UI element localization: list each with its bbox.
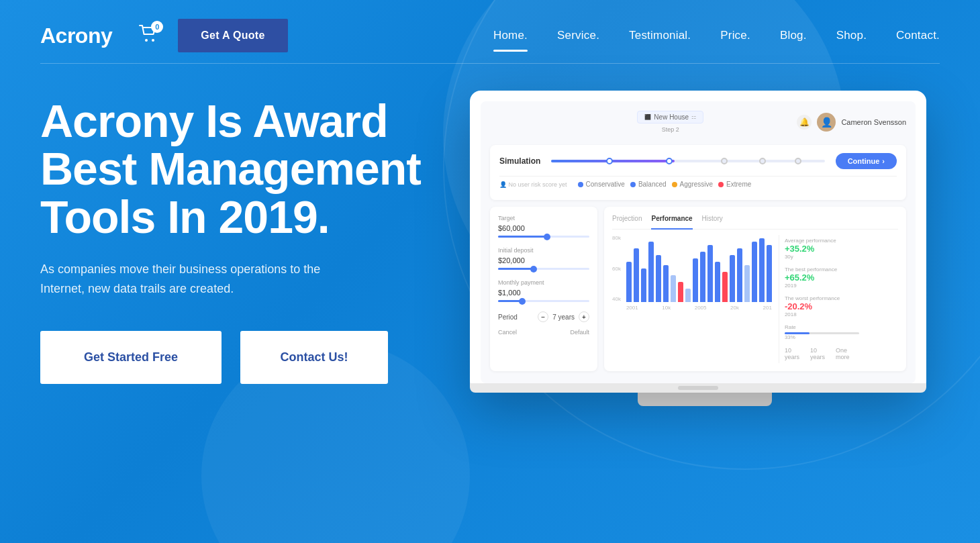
stats-panel: Average performance +35.2% 30y The best …: [779, 235, 859, 363]
chart-x-axis: 2001 10k 2005 20k 201: [626, 305, 772, 311]
default-link[interactable]: Default: [570, 329, 589, 336]
cart-count: 0: [151, 21, 163, 33]
risk-conservative: Conservative: [578, 181, 625, 188]
bar-16: [737, 248, 742, 302]
bar-10: [693, 258, 698, 302]
bar-15: [730, 255, 735, 302]
bar-6: [663, 265, 669, 302]
chart-footer: 10 years 10 years One more: [785, 347, 859, 360]
user-name: Cameron Svensson: [841, 118, 906, 126]
stat-rate: Rate 33%: [785, 324, 859, 340]
simulation-progress: [551, 160, 674, 162]
sim-dot-3: [721, 158, 728, 164]
sim-dot-4: [759, 158, 766, 164]
period-value: 7 years: [552, 313, 575, 321]
risk-row: 👤 No user risk score yet Conservative Ba…: [499, 176, 897, 192]
laptop-stand: [638, 393, 772, 406]
get-quote-button[interactable]: Get A Quote: [178, 19, 287, 52]
bar-9: [685, 289, 691, 302]
sim-dot-2: [666, 158, 673, 164]
simulation-track: [551, 160, 824, 162]
cancel-link[interactable]: Cancel: [498, 329, 517, 336]
bar-4: [648, 242, 654, 302]
bar-8: [678, 282, 683, 302]
bar-11: [700, 252, 705, 302]
payment-slider-handle[interactable]: [519, 298, 526, 305]
nav-item-service[interactable]: Service.: [557, 29, 599, 42]
bar-7: [671, 275, 676, 302]
laptop-frame: ⬛ New House ⚏ Step 2 🔔 👤 Cameron Svensso…: [470, 91, 926, 393]
target-field: Target $60,000: [498, 215, 589, 238]
bar-3: [641, 268, 646, 302]
risk-balanced: Balanced: [630, 181, 667, 188]
bar-2: [634, 248, 639, 302]
dashboard-header-center: ⬛ New House ⚏ Step 2: [637, 111, 703, 133]
period-plus-button[interactable]: +: [579, 311, 589, 322]
nav-item-testimonial[interactable]: Testimonial.: [629, 29, 691, 42]
bell-icon: 🔔: [797, 115, 812, 130]
nav-item-shop[interactable]: Shop.: [836, 29, 867, 42]
continue-button[interactable]: Continue ›: [836, 153, 897, 169]
controls-panel: Target $60,000 Initial deposit $20,000: [490, 207, 597, 371]
chart-y-labels: 80k 60k 40k: [612, 235, 624, 302]
tab-projection[interactable]: Projection: [612, 215, 642, 225]
dashboard-user: 🔔 👤 Cameron Svensson: [797, 113, 906, 132]
simulation-section: Simulation Continue ›: [490, 145, 906, 200]
stat-average: Average performance +35.2% 30y: [785, 238, 859, 260]
svg-point-1: [152, 39, 154, 42]
bar-1: [626, 262, 632, 302]
period-row: Period − 7 years +: [498, 311, 589, 322]
bar-5: [656, 255, 661, 302]
period-minus-button[interactable]: −: [538, 311, 548, 322]
nav-item-contact[interactable]: Contact.: [896, 29, 940, 42]
stat-best: The best performance +65.2% 2019: [785, 266, 859, 289]
chart-panel: Projection Performance History 80k 60k 4…: [604, 207, 906, 371]
bar-13: [715, 262, 720, 302]
dashboard-header: ⬛ New House ⚏ Step 2 🔔 👤 Cameron Svensso…: [490, 111, 906, 138]
stat-worst: The worst performance -20.2% 2018: [785, 295, 859, 317]
bar-chart: [626, 235, 772, 302]
nav-item-price[interactable]: Price.: [720, 29, 750, 42]
hero-title: Acrony Is Award Best Management Tools In…: [40, 97, 430, 241]
simulation-label: Simulation: [499, 156, 540, 166]
contact-us-button[interactable]: Contact Us!: [240, 331, 388, 384]
chart-tabs: Projection Performance History: [612, 215, 898, 230]
bar-19: [759, 238, 765, 302]
panels-row: Target $60,000 Initial deposit $20,000: [490, 207, 906, 371]
svg-point-0: [145, 39, 148, 42]
laptop-notch: [678, 386, 718, 390]
cancel-default-row: Cancel Default: [498, 329, 589, 336]
bar-12: [707, 245, 713, 302]
risk-aggressive: Aggressive: [672, 181, 713, 188]
monthly-payment-field: Monthly payment $1,000: [498, 279, 589, 302]
hero-subtitle: As companies move their business operati…: [40, 260, 362, 299]
cart-area: 0: [139, 25, 158, 47]
bar-20: [767, 245, 772, 302]
bar-18: [752, 242, 757, 302]
nav-item-blog[interactable]: Blog.: [780, 29, 807, 42]
bar-14: [722, 272, 728, 302]
sim-dot-5: [795, 158, 801, 164]
cta-buttons: Get Started Free Contact Us!: [40, 331, 430, 384]
chart-area: 80k 60k 40k: [612, 235, 898, 363]
target-slider-handle[interactable]: [544, 234, 550, 240]
nav-item-home[interactable]: Home.: [493, 29, 528, 42]
initial-deposit-field: Initial deposit $20,000: [498, 247, 589, 270]
user-avatar: 👤: [817, 113, 836, 132]
dashboard-step: Step 2: [662, 126, 679, 133]
main-nav: Home. Service. Testimonial. Price. Blog.…: [308, 29, 940, 42]
dashboard-mockup: ⬛ New House ⚏ Step 2 🔔 👤 Cameron Svensso…: [470, 91, 940, 406]
dashboard-tag: ⬛ New House ⚏: [637, 111, 703, 124]
deposit-slider-handle[interactable]: [530, 266, 537, 273]
bar-17: [744, 265, 750, 302]
cart-icon[interactable]: 0: [139, 25, 158, 47]
brand-logo: Acrony: [40, 23, 112, 48]
risk-extreme: Extreme: [718, 181, 751, 188]
laptop-base: [470, 383, 926, 393]
tab-history[interactable]: History: [702, 215, 723, 225]
get-started-button[interactable]: Get Started Free: [40, 331, 222, 384]
tab-performance[interactable]: Performance: [651, 215, 692, 230]
simulation-row: Simulation Continue ›: [499, 153, 897, 169]
hero-content: Acrony Is Award Best Management Tools In…: [40, 97, 430, 384]
laptop-screen: ⬛ New House ⚏ Step 2 🔔 👤 Cameron Svensso…: [481, 101, 916, 383]
